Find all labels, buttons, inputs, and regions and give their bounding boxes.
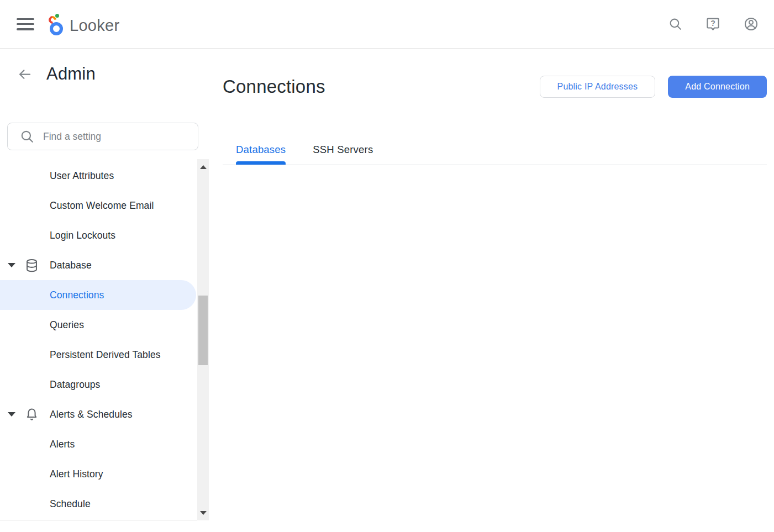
sidebar-item-connections[interactable]: Connections	[0, 280, 196, 310]
public-ip-addresses-button[interactable]: Public IP Addresses	[540, 76, 656, 98]
page-title: Connections	[223, 76, 325, 97]
sidebar-item-persistent-derived-tables[interactable]: Persistent Derived Tables	[0, 340, 209, 370]
main-header: Connections Public IP Addresses Add Conn…	[223, 76, 774, 98]
sidebar-item-label: User Attributes	[50, 170, 114, 182]
search-input[interactable]	[43, 131, 198, 143]
sidebar-item-label: Custom Welcome Email	[50, 200, 154, 212]
search-icon[interactable]	[668, 17, 682, 31]
looker-admin-app: Looker ?	[0, 0, 774, 532]
admin-header: Admin	[0, 49, 209, 84]
search-icon	[20, 129, 34, 144]
add-connection-button[interactable]: Add Connection	[668, 76, 767, 98]
sidebar-item-database[interactable]: Database	[0, 250, 209, 280]
database-icon	[24, 258, 39, 273]
sidebar-item-alerts-schedules[interactable]: Alerts & Schedules	[0, 399, 209, 429]
sidebar-item-queries[interactable]: Queries	[0, 310, 209, 340]
sidebar-item-login-lockouts[interactable]: Login Lockouts	[0, 220, 209, 250]
svg-text:?: ?	[710, 19, 715, 28]
sidebar-item-label: Schedule	[50, 498, 91, 510]
back-arrow-icon[interactable]	[17, 67, 32, 82]
sidebar-item-label: Alert History	[50, 468, 103, 480]
topbar-actions: ?	[668, 17, 759, 31]
sidebar-title: Admin	[46, 64, 96, 84]
tab-label: SSH Servers	[313, 144, 373, 156]
scrollbar-down-arrow-icon[interactable]	[197, 508, 209, 517]
looker-logo-icon	[48, 13, 66, 36]
sidebar-item-label: Datagroups	[50, 379, 100, 391]
sidebar-item-label: Login Lockouts	[50, 230, 115, 241]
sidebar-item-label: Alerts	[50, 439, 75, 450]
menu-icon[interactable]	[17, 18, 34, 30]
sidebar-item-alerts[interactable]: Alerts	[0, 429, 209, 459]
tab-ssh-servers[interactable]: SSH Servers	[313, 135, 373, 165]
sidebar-item-custom-welcome-email[interactable]: Custom Welcome Email	[0, 191, 209, 220]
sidebar-item-label: Alerts & Schedules	[50, 409, 133, 420]
help-icon[interactable]: ?	[705, 17, 720, 31]
sidebar-item-alert-history[interactable]: Alert History	[0, 459, 209, 489]
chevron-down-icon[interactable]	[8, 263, 15, 267]
settings-search-box	[7, 123, 198, 150]
bell-icon	[24, 407, 39, 422]
header-actions: Public IP Addresses Add Connection	[540, 76, 767, 98]
top-bar: Looker ?	[0, 0, 774, 49]
sidebar-item-label: Persistent Derived Tables	[50, 349, 161, 361]
tab-bar: DatabasesSSH Servers	[223, 135, 767, 165]
sidebar-item-label: Queries	[50, 319, 84, 331]
sidebar-item-label: Connections	[50, 289, 104, 301]
tab-label: Databases	[236, 144, 286, 156]
admin-sidebar: Admin User AttributesCustom Welcome Emai…	[0, 49, 209, 520]
scrollbar-thumb[interactable]	[198, 296, 208, 365]
sidebar-item-schedule[interactable]: Schedule	[0, 489, 209, 519]
chevron-down-icon[interactable]	[8, 412, 15, 417]
sidebar-item-datagroups[interactable]: Datagroups	[0, 370, 209, 399]
sidebar-item-user-attributes[interactable]: User Attributes	[0, 161, 209, 191]
tab-databases[interactable]: Databases	[236, 135, 286, 165]
main-content: Connections Public IP Addresses Add Conn…	[209, 49, 774, 532]
brand-name: Looker	[70, 18, 119, 36]
account-icon[interactable]	[744, 17, 759, 31]
sidebar-item-label: Database	[50, 260, 92, 271]
looker-logo[interactable]: Looker	[48, 13, 119, 36]
scrollbar-up-arrow-icon[interactable]	[197, 162, 209, 171]
sidebar-nav: User AttributesCustom Welcome EmailLogin…	[0, 161, 209, 519]
sidebar-scrollbar[interactable]	[197, 159, 209, 520]
